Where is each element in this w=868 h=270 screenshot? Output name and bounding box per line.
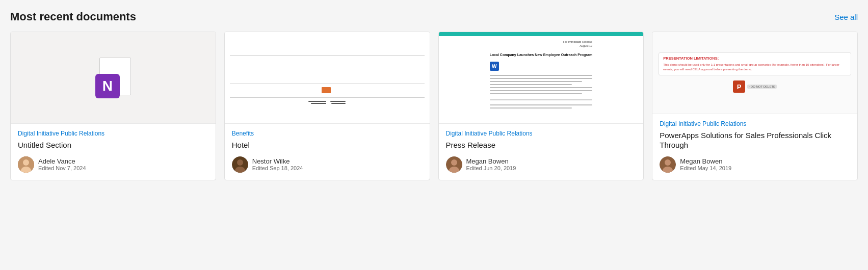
card2-body: Benefits Hotel Nestor Wilke Edited Sep 1…: [225, 124, 430, 180]
card3-body: Digital Initiative Public Relations Pres…: [439, 124, 644, 180]
nestor-avatar-svg: [232, 156, 248, 173]
card-press-release[interactable]: For Immediate ReleaseAugust 19 Local Com…: [438, 32, 644, 180]
card1-site[interactable]: Digital Initiative Public Relations: [18, 130, 208, 137]
card2-site[interactable]: Benefits: [232, 130, 423, 137]
svg-point-1: [23, 159, 29, 166]
megan2-avatar-svg: [660, 156, 676, 173]
see-all-link[interactable]: See all: [834, 13, 858, 21]
card3-edited: Edited Jun 20, 2019: [466, 165, 516, 171]
card-untitled-section[interactable]: N Digital Initiative Public Relations Un…: [10, 32, 216, 180]
press-top-bar: [439, 32, 644, 36]
svg-point-10: [665, 159, 671, 166]
card2-footer: Nestor Wilke Edited Sep 18, 2024: [232, 156, 423, 173]
powerpoint-icon: P: [733, 80, 745, 93]
section-title: Most recent documents: [10, 10, 136, 23]
card3-avatar: [446, 156, 462, 173]
card4-author: Megan Bowen: [680, 157, 731, 165]
card4-thumbnail: PRESENTATION LIMITATIONS: This demo shou…: [652, 32, 857, 114]
do-not-delete-label: - DO NOT DELETE: [747, 85, 777, 89]
press-body-line-4: [490, 84, 572, 85]
press-body-line-3: [490, 81, 582, 82]
megan-avatar-svg: [446, 156, 462, 173]
section-header: Most recent documents See all: [10, 10, 858, 23]
card1-thumbnail: N: [11, 32, 216, 124]
onenote-icon: N: [95, 58, 131, 98]
card1-footer: Adele Vance Edited Nov 7, 2024: [18, 156, 208, 173]
ppt-warning-title: PRESENTATION LIMITATIONS:: [663, 56, 847, 61]
card2-avatar: [232, 156, 248, 173]
card1-avatar: [18, 156, 34, 173]
card1-name: Untitled Section: [18, 140, 208, 150]
card4-avatar: [660, 156, 676, 173]
adele-avatar-svg: [18, 156, 34, 173]
word-icon: W: [490, 62, 499, 71]
card2-author: Nestor Wilke: [252, 157, 303, 165]
card4-footer: Megan Bowen Edited May 14, 2019: [660, 156, 850, 173]
card-hotel[interactable]: Benefits Hotel Nestor Wilke Edited Sep 1…: [224, 32, 430, 180]
press-body-line-8: [490, 104, 593, 105]
press-title-text: Local Company Launches New Employee Outr…: [490, 52, 593, 57]
ppt-warning-text: This demo should be used only for 1:1 pr…: [663, 63, 847, 72]
ppt-icon-row: P - DO NOT DELETE: [733, 80, 777, 93]
press-body-line-9: [490, 107, 572, 109]
card1-author: Adele Vance: [38, 157, 86, 165]
card3-meta: Megan Bowen Edited Jun 20, 2019: [466, 157, 516, 171]
card1-edited: Edited Nov 7, 2024: [38, 165, 86, 171]
card2-meta: Nestor Wilke Edited Sep 18, 2024: [252, 157, 303, 171]
card4-meta: Megan Bowen Edited May 14, 2019: [680, 157, 731, 171]
press-body-line-5: [490, 87, 593, 88]
card-powerapps[interactable]: PRESENTATION LIMITATIONS: This demo shou…: [652, 32, 858, 180]
press-body-line-2: [490, 78, 593, 79]
card4-site[interactable]: Digital Initiative Public Relations: [660, 120, 850, 127]
press-body-line-6: [490, 90, 593, 91]
card2-name: Hotel: [232, 140, 423, 150]
onenote-badge: N: [95, 74, 120, 98]
ppt-warning-box: PRESENTATION LIMITATIONS: This demo shou…: [659, 52, 851, 75]
card4-edited: Edited May 14, 2019: [680, 165, 731, 171]
press-body-line-1: [490, 75, 593, 76]
card3-thumbnail: For Immediate ReleaseAugust 19 Local Com…: [439, 32, 644, 124]
card1-meta: Adele Vance Edited Nov 7, 2024: [38, 157, 86, 171]
press-content: For Immediate ReleaseAugust 19 Local Com…: [486, 36, 597, 123]
card3-footer: Megan Bowen Edited Jun 20, 2019: [446, 156, 637, 173]
svg-point-4: [237, 159, 243, 166]
card2-edited: Edited Sep 18, 2024: [252, 165, 303, 171]
card3-author: Megan Bowen: [466, 157, 516, 165]
card3-site[interactable]: Digital Initiative Public Relations: [446, 130, 637, 137]
press-body-line-7: [490, 93, 582, 94]
card4-body: Digital Initiative Public Relations Powe…: [652, 114, 857, 180]
cards-container: N Digital Initiative Public Relations Un…: [10, 32, 858, 180]
card1-body: Digital Initiative Public Relations Unti…: [11, 124, 216, 180]
card4-name: PowerApps Solutions for Sales Profession…: [660, 130, 850, 150]
card2-thumbnail: [225, 32, 430, 124]
press-word-icon-row: W: [490, 62, 593, 71]
most-recent-section: Most recent documents See all N Digital …: [10, 10, 858, 180]
svg-point-7: [451, 159, 457, 166]
card3-name: Press Release: [446, 140, 637, 150]
press-header-text: For Immediate ReleaseAugust 19: [490, 40, 593, 48]
